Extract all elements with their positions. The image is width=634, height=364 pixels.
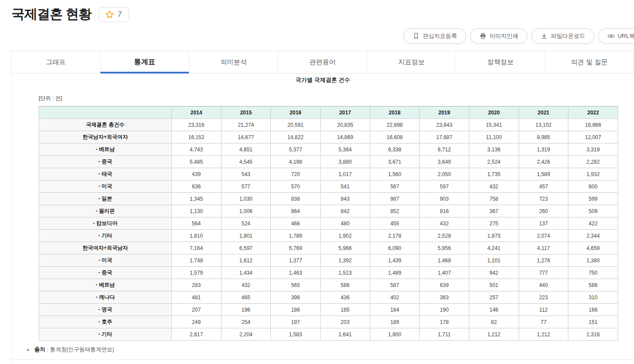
table-cell: 600 (568, 180, 618, 193)
table-cell: 2,426 (519, 156, 568, 168)
table-cell: 639 (420, 279, 469, 291)
table-cell: 310 (568, 291, 618, 304)
table-cell: 777 (519, 267, 568, 279)
table-row: - 기타2,6172,2041,5831,6411,8001,7111,2121… (39, 328, 618, 341)
row-label: - 기타 (39, 230, 172, 242)
table-cell: 541 (320, 180, 370, 193)
table-cell: 439 (172, 168, 221, 180)
table-cell: 597 (420, 180, 469, 193)
table-cell: 987 (370, 193, 420, 205)
table-cell: 367 (469, 205, 519, 217)
page: 국제결혼 현황 7 관심지표등록이미지인쇄파일다운로드URL복사 그래프통계표의… (0, 0, 634, 364)
table-cell: 1,589 (519, 168, 568, 180)
favorite-count: 7 (118, 10, 122, 19)
table-cell: 750 (568, 267, 618, 279)
table-cell: 6,597 (221, 242, 271, 254)
table-cell: 432 (420, 217, 469, 230)
row-label: - 캐나다 (39, 291, 172, 304)
table-cell: 185 (320, 304, 370, 316)
table-cell: 1,801 (221, 230, 271, 242)
row-label: 한국남자+외국여자 (39, 131, 172, 143)
print-image-button[interactable]: 이미지인쇄 (470, 28, 527, 44)
table-cell: 543 (221, 168, 271, 180)
table-cell: 14,822 (271, 131, 321, 143)
row-label: - 호주 (39, 316, 172, 328)
table-cell: 2,178 (370, 230, 420, 242)
table-cell: 1,902 (320, 230, 370, 242)
action-button-label: 파일다운로드 (551, 32, 585, 40)
table-cell: 1,579 (172, 267, 221, 279)
statistics-table: 201420152016201720182019202020212022 국제결… (39, 106, 618, 341)
table-cell: 1,212 (519, 328, 568, 341)
action-button-label: 이미지인쇄 (490, 32, 518, 40)
row-label: - 일본 (39, 193, 172, 205)
row-label: - 베트남 (39, 279, 172, 291)
table-cell: 2,528 (420, 230, 469, 242)
table-cell: 402 (370, 291, 420, 304)
table-cell: 636 (172, 180, 221, 193)
tab-stats-table[interactable]: 통계표 (100, 51, 189, 73)
tab-meaning-analysis[interactable]: 의미분석 (189, 51, 278, 73)
table-cell: 457 (519, 180, 568, 193)
table-cell: 166 (568, 304, 618, 316)
table-cell: 577 (221, 180, 271, 193)
table-cell: 1,560 (370, 168, 420, 180)
table-cell: 2,617 (172, 328, 221, 341)
table-row: - 기타1,8101,8011,7891,9022,1782,5281,8732… (39, 230, 618, 242)
table-cell: 12,007 (568, 131, 618, 143)
table-cell: 1,523 (320, 267, 370, 279)
table-cell: 570 (271, 180, 321, 193)
table-cell: 4,117 (519, 242, 568, 254)
table-cell: 466 (271, 217, 321, 230)
copy-url-button[interactable]: URL복사 (598, 28, 634, 44)
table-cell: 1,800 (370, 328, 420, 341)
row-label: - 베트남 (39, 143, 172, 156)
table-cell: 398 (271, 291, 321, 304)
table-cell: 903 (420, 193, 469, 205)
table-cell: 1,345 (172, 193, 221, 205)
table-cell: 275 (469, 217, 519, 230)
bookmark-icon (413, 33, 420, 40)
table-row: - 호주2492541972031891788277151 (39, 316, 618, 328)
table-cell: 5,956 (420, 242, 469, 254)
table-cell: 254 (221, 316, 271, 328)
favorite-badge[interactable]: 7 (98, 7, 129, 22)
tab-indicator-info[interactable]: 지표정보 (367, 51, 456, 73)
row-label: - 영국 (39, 304, 172, 316)
tab-graph[interactable]: 그래프 (11, 51, 100, 73)
table-cell: 184 (370, 304, 420, 316)
table-cell: 4,743 (172, 143, 221, 156)
table-row: 국제결혼 총건수23,31621,27420,59120,83522,69823… (39, 119, 618, 131)
table-cell: 501 (469, 279, 519, 291)
tab-related-terms[interactable]: 관련용어 (278, 51, 367, 73)
year-header: 2018 (370, 107, 420, 119)
table-cell: 599 (568, 193, 618, 205)
year-header: 2022 (568, 107, 618, 119)
source-note: ▸ 출처 : 통계청(인구동태통계연보) (11, 345, 634, 360)
table-row: - 캄보디아564524466480455432275137422 (39, 217, 618, 230)
table-cell: 3,649 (420, 156, 469, 168)
action-button-label: 관심지표등록 (423, 32, 457, 40)
table-cell: 2,282 (568, 156, 618, 168)
table-cell: 257 (469, 291, 519, 304)
corner-cell (39, 107, 172, 119)
table-cell: 842 (320, 205, 370, 217)
table-cell: 4,241 (469, 242, 519, 254)
table-row: - 베트남4,7434,6515,3775,3646,3386,7123,136… (39, 143, 618, 156)
table-cell: 1,017 (320, 168, 370, 180)
table-title: 국가별 국제결혼 건수 (11, 76, 634, 84)
tab-policy-info[interactable]: 정책정보 (456, 51, 545, 73)
row-label: - 미국 (39, 254, 172, 267)
table-cell: 1,789 (271, 230, 321, 242)
table-cell: 16,152 (172, 131, 221, 143)
table-cell: 20,591 (271, 119, 321, 131)
table-cell: 586 (568, 279, 618, 291)
page-header: 국제결혼 현황 7 (11, 5, 129, 23)
table-cell: 137 (519, 217, 568, 230)
register-interest-button[interactable]: 관심지표등록 (403, 28, 466, 44)
arrow-bullet-icon: ▸ (27, 347, 30, 352)
tab-qna[interactable]: 의견 및 질문 (545, 51, 634, 73)
table-row: - 태국4395437201,0171,5602,0501,7351,5891,… (39, 168, 618, 180)
file-download-button[interactable]: 파일다운로드 (531, 28, 594, 44)
table-cell: 1,130 (172, 205, 221, 217)
